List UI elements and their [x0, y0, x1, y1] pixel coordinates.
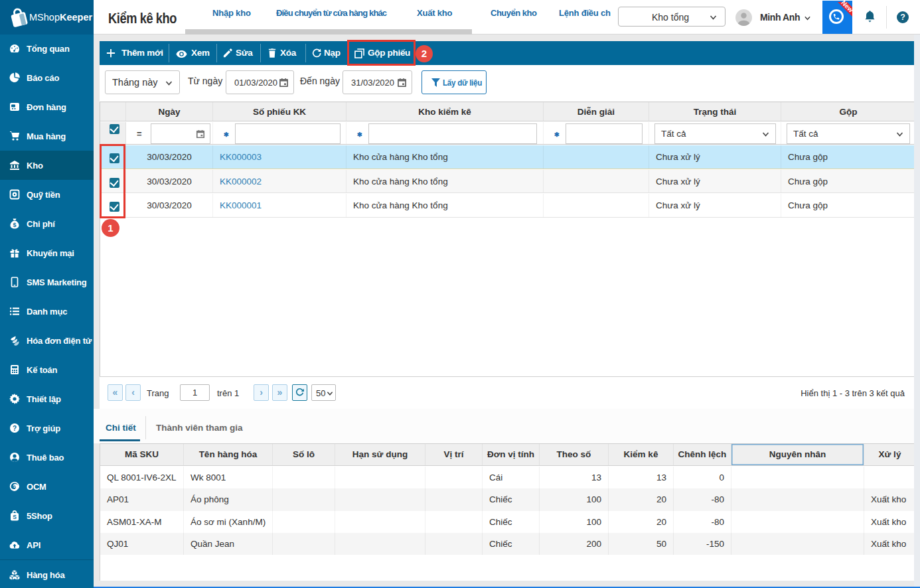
- svg-text:?: ?: [13, 425, 17, 432]
- svg-text:$: $: [13, 222, 16, 228]
- svg-text:S: S: [13, 514, 17, 520]
